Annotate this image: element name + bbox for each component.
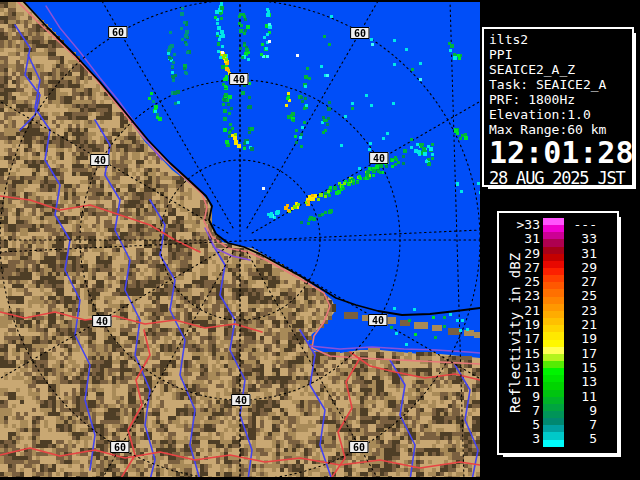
legend-color-swatch — [543, 361, 564, 375]
radar-app-screen: { "info_panel": { "lines": ["ilts2","PPI… — [0, 0, 640, 480]
legend-right-value: 25 — [564, 289, 597, 303]
clock-time: 12:01:28 — [489, 137, 628, 169]
reflectivity-legend: >33---3133293127292527232521231921171915… — [497, 211, 619, 455]
legend-right-value: 19 — [564, 332, 597, 346]
legend-color-swatch — [543, 218, 564, 232]
scan-mode: PPI — [489, 47, 628, 62]
legend-color-swatch — [543, 404, 564, 418]
legend-color-swatch — [543, 247, 564, 261]
legend-right-value: 23 — [564, 304, 597, 318]
legend-right-value: 33 — [564, 232, 597, 246]
legend-left-value: >33 — [503, 218, 543, 232]
legend-right-value: 29 — [564, 261, 597, 275]
legend-color-swatch — [543, 432, 564, 446]
legend-color-swatch — [543, 232, 564, 246]
prf-value: PRF: 1800Hz — [489, 92, 628, 107]
legend-color-swatch — [543, 261, 564, 275]
legend-right-value: 7 — [564, 418, 597, 432]
legend-color-swatch — [543, 390, 564, 404]
legend-right-value: 13 — [564, 375, 597, 389]
task-name: Task: SEAICE2_A — [489, 77, 628, 92]
legend-right-value: 21 — [564, 318, 597, 332]
legend-right-value: 31 — [564, 247, 597, 261]
legend-right-value: --- — [564, 218, 597, 232]
legend-right-value: 11 — [564, 390, 597, 404]
legend-color-swatch — [543, 304, 564, 318]
site-id: ilts2 — [489, 32, 628, 47]
legend-right-value: 15 — [564, 361, 597, 375]
elevation-value: Elevation:1.0 — [489, 107, 628, 122]
legend-color-swatch — [543, 318, 564, 332]
legend-row: 3133 — [503, 232, 617, 246]
radar-ppi-canvas — [0, 0, 480, 480]
legend-left-value: 5 — [503, 418, 543, 432]
legend-row: >33--- — [503, 218, 617, 232]
legend-row: 35 — [503, 432, 617, 446]
legend-right-value: 9 — [564, 404, 597, 418]
legend-right-value: 27 — [564, 275, 597, 289]
legend-title: Reflectivity in dBZ — [507, 253, 523, 413]
product-id: SEAICE2_A_Z — [489, 62, 628, 77]
legend-left-value: 31 — [503, 232, 543, 246]
radar-map — [0, 0, 480, 480]
legend-color-swatch — [543, 418, 564, 432]
legend-right-value: 5 — [564, 432, 597, 446]
legend-color-swatch — [543, 332, 564, 346]
legend-row: 57 — [503, 418, 617, 432]
legend-color-swatch — [543, 289, 564, 303]
clock-date: 28 AUG 2025 JST — [489, 169, 628, 188]
legend-color-swatch — [543, 275, 564, 289]
legend-left-value: 3 — [503, 432, 543, 446]
legend-color-swatch — [543, 347, 564, 361]
legend-right-value: 17 — [564, 347, 597, 361]
info-panel: ilts2 PPI SEAICE2_A_Z Task: SEAICE2_A PR… — [482, 27, 634, 187]
legend-color-swatch — [543, 375, 564, 389]
